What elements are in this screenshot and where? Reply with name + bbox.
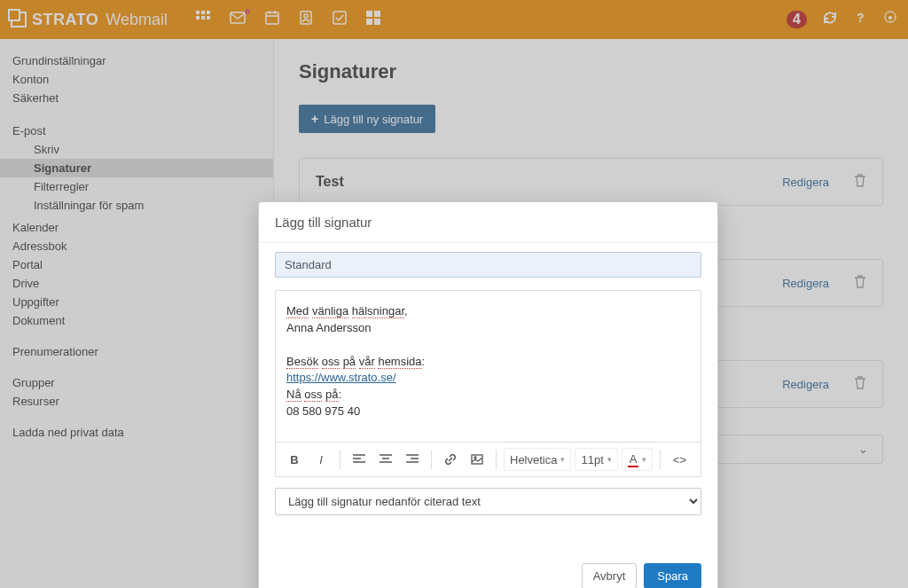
- save-button[interactable]: Spara: [644, 563, 701, 588]
- bold-button[interactable]: B: [283, 448, 306, 471]
- size-select[interactable]: 11pt▾: [575, 448, 617, 471]
- editor-text: på: [343, 355, 356, 369]
- editor-text: hälsningar: [352, 304, 404, 318]
- image-button[interactable]: [466, 448, 489, 471]
- editor-text: vår: [359, 355, 375, 369]
- code-button[interactable]: <>: [668, 448, 691, 471]
- editor-text: :: [339, 388, 342, 401]
- italic-button[interactable]: I: [309, 448, 333, 471]
- cancel-button[interactable]: Avbryt: [582, 563, 638, 588]
- editor-text: oss: [304, 388, 322, 402]
- editor-link[interactable]: https://www.strato.se/: [286, 371, 396, 384]
- editor-text: hemsida: [378, 355, 421, 369]
- editor-text: 08 580 975 40: [286, 404, 690, 420]
- editor-text: vänliga: [312, 304, 348, 318]
- align-center-button[interactable]: [374, 448, 397, 471]
- color-select[interactable]: A▾: [622, 448, 654, 471]
- font-select[interactable]: Helvetica▾: [504, 448, 571, 471]
- modal-footer: Avbryt Spara: [259, 551, 717, 588]
- align-left-button[interactable]: [348, 448, 371, 471]
- editor-text: Nå: [286, 388, 301, 402]
- add-signature-modal: Lägg till signatur Med vänliga hälsninga…: [258, 201, 718, 588]
- signature-name-input[interactable]: [275, 252, 701, 278]
- editor-toolbar: B I Helvetica▾ 11pt▾ A▾ <>: [276, 442, 701, 476]
- editor-text: Med: [286, 304, 309, 318]
- link-button[interactable]: [439, 448, 462, 471]
- editor-text: Anna Andersson: [286, 320, 690, 337]
- svg-point-30: [474, 457, 476, 459]
- signature-editor: Med vänliga hälsningar, Anna Andersson B…: [275, 290, 701, 477]
- editor-text: ,: [404, 304, 408, 318]
- modal-title: Lägg till signatur: [259, 202, 717, 243]
- editor-text: oss: [322, 355, 340, 369]
- align-right-button[interactable]: [401, 448, 424, 471]
- modal-body: Med vänliga hälsningar, Anna Andersson B…: [259, 243, 717, 515]
- editor-text: :: [422, 355, 426, 368]
- editor-text: Besök: [286, 355, 318, 369]
- editor-content[interactable]: Med vänliga hälsningar, Anna Andersson B…: [276, 291, 701, 442]
- position-select[interactable]: Lägg till signatur nedanför citerad text: [275, 488, 701, 515]
- editor-text: på: [325, 388, 338, 402]
